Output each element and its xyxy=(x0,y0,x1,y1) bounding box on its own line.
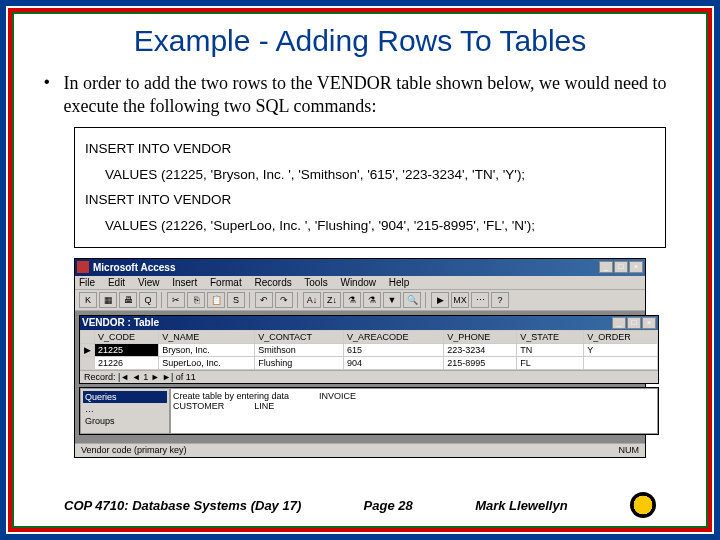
toolbar-btn-2[interactable]: 🖶 xyxy=(119,292,137,308)
list-item[interactable]: Create table by entering data xyxy=(173,391,289,401)
db-window: Queries … Groups Create table by enterin… xyxy=(79,387,659,435)
toolbar-btn-17[interactable]: MX xyxy=(451,292,469,308)
sidebar-item-groups[interactable]: Groups xyxy=(83,415,167,427)
toolbar-btn-15[interactable]: 🔍 xyxy=(403,292,421,308)
toolbar-btn-1[interactable]: ▦ xyxy=(99,292,117,308)
toolbar-btn-9[interactable]: ↷ xyxy=(275,292,293,308)
cell[interactable]: TN xyxy=(517,343,584,356)
sql1-line2: VALUES (21225, 'Bryson, Inc. ', 'Smithso… xyxy=(85,162,655,188)
table-close-button[interactable]: × xyxy=(642,317,656,329)
toolbar-btn-10[interactable]: A↓ xyxy=(303,292,321,308)
footer-page: Page 28 xyxy=(364,498,413,513)
cell[interactable]: 215-8995 xyxy=(444,356,517,369)
cell[interactable]: 615 xyxy=(344,343,444,356)
sql2-line1: INSERT INTO VENDOR xyxy=(85,187,655,213)
toolbar: K ▦ 🖶 Q ✂ ⎘ 📋 S ↶ ↷ A↓ Z↓ ⚗ ⚗ ▼ 🔍 xyxy=(75,290,645,311)
toolbar-sep-2 xyxy=(249,292,251,308)
col-vcontact[interactable]: V_CONTACT xyxy=(255,330,344,343)
body-text: In order to add the two rows to the VEND… xyxy=(64,72,676,117)
col-vname[interactable]: V_NAME xyxy=(159,330,255,343)
sql2-line2: VALUES (21226, 'SuperLoo, Inc. ', 'Flush… xyxy=(85,213,655,239)
toolbar-btn-16[interactable]: ▶ xyxy=(431,292,449,308)
data-grid[interactable]: V_CODE V_NAME V_CONTACT V_AREACODE V_PHO… xyxy=(80,330,658,370)
slide-footer: COP 4710: Database Systems (Day 17) Page… xyxy=(64,492,656,518)
col-vstate[interactable]: V_STATE xyxy=(517,330,584,343)
menu-help[interactable]: Help xyxy=(389,277,410,288)
menu-window[interactable]: Window xyxy=(340,277,376,288)
toolbar-btn-11[interactable]: Z↓ xyxy=(323,292,341,308)
toolbar-btn-12[interactable]: ⚗ xyxy=(343,292,361,308)
list-item[interactable]: LINE xyxy=(254,401,274,411)
toolbar-btn-8[interactable]: ↶ xyxy=(255,292,273,308)
sql1-line1: INSERT INTO VENDOR xyxy=(85,136,655,162)
db-main-list: Create table by entering data INVOICE CU… xyxy=(170,388,658,434)
cell[interactable]: 904 xyxy=(344,356,444,369)
statusbar: Vendor code (primary key) NUM xyxy=(75,443,645,457)
cell[interactable]: Flushing xyxy=(255,356,344,369)
col-vcode[interactable]: V_CODE xyxy=(95,330,159,343)
close-button[interactable]: × xyxy=(629,261,643,273)
corner-cell xyxy=(81,330,95,343)
toolbar-btn-18[interactable]: ⋯ xyxy=(471,292,489,308)
footer-author: Mark Llewellyn xyxy=(475,498,567,513)
col-vorder[interactable]: V_ORDER xyxy=(584,330,658,343)
toolbar-btn-13[interactable]: ⚗ xyxy=(363,292,381,308)
menu-tools[interactable]: Tools xyxy=(304,277,327,288)
menu-format[interactable]: Format xyxy=(210,277,242,288)
col-vareacode[interactable]: V_AREACODE xyxy=(344,330,444,343)
list-item[interactable]: CUSTOMER xyxy=(173,401,224,411)
menu-insert[interactable]: Insert xyxy=(172,277,197,288)
cell[interactable]: FL xyxy=(517,356,584,369)
table-window-controls: _ □ × xyxy=(612,317,656,329)
app-title: Microsoft Access xyxy=(93,262,599,273)
toolbar-btn-7[interactable]: S xyxy=(227,292,245,308)
titlebar: Microsoft Access _ □ × xyxy=(75,259,645,276)
menu-edit[interactable]: Edit xyxy=(108,277,125,288)
slide-title: Example - Adding Rows To Tables xyxy=(44,24,676,58)
status-right: NUM xyxy=(619,445,640,456)
menu-records[interactable]: Records xyxy=(254,277,291,288)
toolbar-btn-0[interactable]: K xyxy=(79,292,97,308)
toolbar-btn-4[interactable]: ✂ xyxy=(167,292,185,308)
table-window: VENDOR : Table _ □ × V_CODE V_NAM xyxy=(79,315,659,384)
row-marker-0: ▶ xyxy=(81,343,95,356)
toolbar-btn-5[interactable]: ⎘ xyxy=(187,292,205,308)
cell[interactable]: 223-3234 xyxy=(444,343,517,356)
slide-frame: Example - Adding Rows To Tables • In ord… xyxy=(0,0,720,540)
cell[interactable]: Bryson, Inc. xyxy=(159,343,255,356)
table-maximize-button[interactable]: □ xyxy=(627,317,641,329)
cell[interactable]: SuperLoo, Inc. xyxy=(159,356,255,369)
header-row: V_CODE V_NAME V_CONTACT V_AREACODE V_PHO… xyxy=(81,330,658,343)
cell[interactable]: Y xyxy=(584,343,658,356)
table-minimize-button[interactable]: _ xyxy=(612,317,626,329)
db-sidebar: Queries … Groups xyxy=(80,388,170,434)
list-item[interactable]: INVOICE xyxy=(319,391,356,401)
access-app-icon xyxy=(77,261,89,273)
menubar: File Edit View Insert Format Records Too… xyxy=(75,276,645,290)
record-navigator[interactable]: Record: |◄ ◄ 1 ► ►| of 11 xyxy=(80,370,658,383)
toolbar-sep-3 xyxy=(297,292,299,308)
body-row: • In order to add the two rows to the VE… xyxy=(44,72,676,117)
toolbar-sep-1 xyxy=(161,292,163,308)
sidebar-item-queries[interactable]: Queries xyxy=(83,391,167,403)
slide-content: Example - Adding Rows To Tables • In ord… xyxy=(14,14,706,526)
cell[interactable]: 21225 xyxy=(95,343,159,356)
cell[interactable] xyxy=(584,356,658,369)
ucf-logo-icon xyxy=(630,492,656,518)
minimize-button[interactable]: _ xyxy=(599,261,613,273)
toolbar-btn-14[interactable]: ▼ xyxy=(383,292,401,308)
toolbar-btn-3[interactable]: Q xyxy=(139,292,157,308)
toolbar-btn-6[interactable]: 📋 xyxy=(207,292,225,308)
footer-course: COP 4710: Database Systems (Day 17) xyxy=(64,498,301,513)
bullet: • xyxy=(44,72,50,117)
table-row[interactable]: ▶ 21225 Bryson, Inc. Smithson 615 223-32… xyxy=(81,343,658,356)
cell[interactable]: Smithson xyxy=(255,343,344,356)
toolbar-btn-19[interactable]: ? xyxy=(491,292,509,308)
sidebar-item-more[interactable]: … xyxy=(83,403,167,415)
cell[interactable]: 21226 xyxy=(95,356,159,369)
menu-file[interactable]: File xyxy=(79,277,95,288)
table-row[interactable]: 21226 SuperLoo, Inc. Flushing 904 215-89… xyxy=(81,356,658,369)
menu-view[interactable]: View xyxy=(138,277,160,288)
maximize-button[interactable]: □ xyxy=(614,261,628,273)
col-vphone[interactable]: V_PHONE xyxy=(444,330,517,343)
